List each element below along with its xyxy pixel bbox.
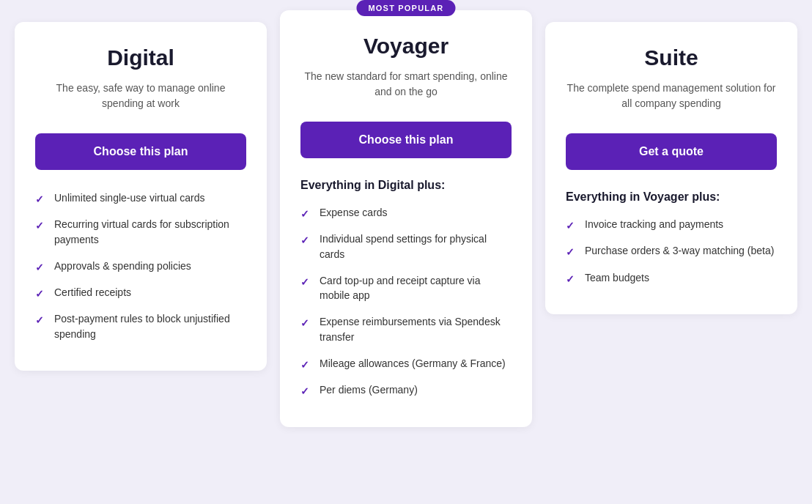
feature-label: Expense reimbursements via Spendesk tran…: [320, 314, 512, 344]
feature-label: Certified receipts: [54, 285, 131, 300]
plan-title-digital: Digital: [35, 45, 246, 70]
feature-label: Unlimited single-use virtual cards: [54, 190, 204, 205]
plan-card-digital: Digital The easy, safe way to manage onl…: [15, 22, 267, 371]
feature-label: Card top-up and receipt capture via mobi…: [320, 273, 512, 303]
plan-card-suite: Suite The complete spend management solu…: [545, 22, 797, 314]
feature-label: Recurring virtual cards for subscription…: [54, 217, 246, 247]
check-icon: ✓: [35, 286, 47, 298]
check-icon: ✓: [300, 316, 312, 327]
check-icon: ✓: [35, 313, 47, 325]
choose-plan-voyager-button[interactable]: Choose this plan: [300, 122, 512, 158]
feature-label: Individual spend settings for physical c…: [320, 231, 512, 262]
list-item: ✓ Individual spend settings for physical…: [300, 231, 512, 262]
feature-label: Post-payment rules to block unjustified …: [54, 311, 246, 341]
plan-description-digital: The easy, safe way to manage online spen…: [35, 81, 246, 116]
list-item: ✓ Expense cards: [300, 205, 512, 220]
plan-description-suite: The complete spend management solution f…: [566, 81, 777, 116]
list-item: ✓ Post-payment rules to block unjustifie…: [35, 311, 246, 341]
list-item: ✓ Purchase orders & 3-way matching (beta…: [566, 243, 777, 258]
check-icon: ✓: [566, 218, 577, 230]
check-icon: ✓: [35, 192, 47, 204]
list-item: ✓ Unlimited single-use virtual cards: [35, 190, 246, 205]
list-item: ✓ Card top-up and receipt capture via mo…: [300, 273, 512, 303]
check-icon: ✓: [300, 275, 312, 286]
list-item: ✓ Mileage allowances (Germany & France): [300, 356, 512, 371]
plan-card-voyager: MOST POPULAR Voyager The new standard fo…: [280, 10, 532, 427]
check-icon: ✓: [35, 260, 47, 272]
feature-label: Team budgets: [585, 270, 649, 285]
most-popular-badge: MOST POPULAR: [356, 0, 455, 16]
list-item: ✓ Invoice tracking and payments: [566, 217, 777, 231]
section-heading-suite: Everything in Voyager plus:: [566, 190, 777, 204]
list-item: ✓ Approvals & spending policies: [35, 259, 246, 273]
list-item: ✓ Team budgets: [566, 270, 777, 285]
check-icon: ✓: [300, 384, 312, 396]
check-icon: ✓: [300, 357, 312, 369]
get-quote-suite-button[interactable]: Get a quote: [566, 133, 777, 170]
feature-label: Purchase orders & 3-way matching (beta): [585, 243, 774, 258]
check-icon: ✓: [300, 207, 312, 218]
feature-label: Mileage allowances (Germany & France): [320, 356, 506, 371]
features-list-suite: ✓ Invoice tracking and payments ✓ Purcha…: [566, 217, 777, 285]
check-icon: ✓: [566, 245, 577, 256]
feature-label: Expense cards: [320, 205, 388, 220]
plans-container: Digital The easy, safe way to manage onl…: [15, 22, 797, 427]
features-list-voyager: ✓ Expense cards ✓ Individual spend setti…: [300, 205, 512, 398]
feature-label: Per diems (Germany): [320, 382, 418, 397]
check-icon: ✓: [35, 218, 47, 230]
list-item: ✓ Expense reimbursements via Spendesk tr…: [300, 314, 512, 344]
choose-plan-digital-button[interactable]: Choose this plan: [35, 133, 246, 170]
check-icon: ✓: [300, 233, 312, 245]
plan-title-voyager: Voyager: [300, 34, 512, 59]
feature-label: Invoice tracking and payments: [585, 217, 723, 231]
plan-title-suite: Suite: [566, 45, 777, 70]
plan-description-voyager: The new standard for smart spending, onl…: [300, 69, 512, 104]
section-heading-voyager: Everything in Digital plus:: [300, 179, 512, 192]
feature-label: Approvals & spending policies: [54, 259, 191, 273]
check-icon: ✓: [566, 272, 577, 284]
features-list-digital: ✓ Unlimited single-use virtual cards ✓ R…: [35, 190, 246, 341]
list-item: ✓ Certified receipts: [35, 285, 246, 300]
list-item: ✓ Per diems (Germany): [300, 382, 512, 397]
list-item: ✓ Recurring virtual cards for subscripti…: [35, 217, 246, 247]
